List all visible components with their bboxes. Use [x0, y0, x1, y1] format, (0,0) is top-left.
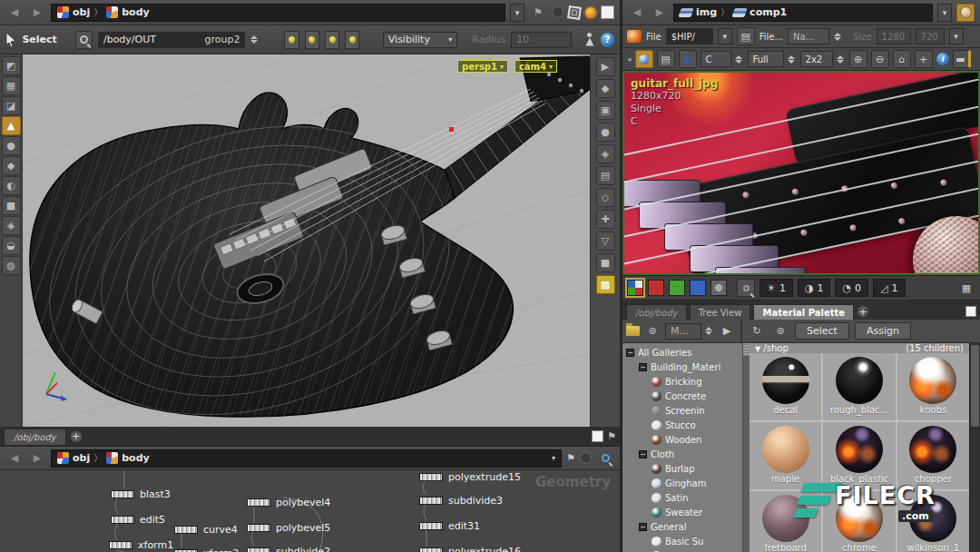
viewport-option-icon[interactable]: ◇ [596, 188, 615, 207]
material-item[interactable]: decal [750, 353, 821, 420]
gallery-tree-item[interactable]: Basic Su [622, 534, 742, 548]
channel-green-button[interactable] [669, 280, 685, 296]
channel-blue-button[interactable] [690, 280, 706, 296]
link-sphere-icon[interactable] [552, 6, 564, 18]
right-new-tab-icon[interactable]: + [857, 305, 869, 318]
path-dropdown-icon[interactable]: ▾ [510, 4, 524, 22]
network-node[interactable]: subdivide2 [247, 546, 330, 552]
pose-tool-icon[interactable] [583, 33, 594, 47]
shelf-tool-icon[interactable]: ▲ [2, 116, 21, 135]
light-toggle-2[interactable] [305, 31, 319, 49]
channel-select[interactable]: C [701, 51, 731, 67]
viewport-option-icon[interactable]: ◈ [596, 144, 615, 163]
channels-icon[interactable]: ▤ [657, 50, 675, 68]
camera-label-persp[interactable]: persp1▾ [457, 60, 508, 73]
size-dropdown-icon[interactable]: ▾ [949, 28, 964, 44]
nav-back-icon[interactable]: ◀ [5, 4, 24, 22]
assign-button[interactable]: Assign [855, 322, 911, 340]
gallery-tree-item[interactable]: Stucco [622, 418, 742, 432]
viewer-info-icon[interactable]: i [936, 53, 949, 65]
light-toggle-3[interactable] [325, 31, 339, 49]
tile-select[interactable]: 2x2 [800, 51, 833, 67]
viewport-option-icon[interactable]: ▩ [596, 275, 615, 294]
contrast-control[interactable]: ◑1 [798, 279, 831, 297]
viewport-option-icon[interactable]: ▽ [596, 232, 615, 251]
viewport-option-icon[interactable]: ▤ [596, 166, 615, 185]
gallery-tree-item[interactable]: Satin [622, 490, 742, 505]
network-node[interactable]: edit5 [111, 514, 165, 526]
gallery-tree-item[interactable]: −All Galleries [622, 345, 742, 360]
gallery-tree-item[interactable]: Clay [622, 548, 742, 552]
network-node[interactable]: polybevel5 [247, 522, 330, 534]
gallery-folder-icon[interactable] [626, 326, 640, 336]
pan-icon[interactable]: + [915, 50, 933, 68]
3d-viewport[interactable]: persp1▾ cam4▾ [23, 54, 590, 427]
lamp-icon[interactable] [585, 7, 596, 18]
group-path-field[interactable]: /body/OUT group2 [98, 32, 246, 48]
network-node[interactable]: edit31 [419, 520, 480, 532]
gallery-tree-item[interactable]: −Cloth [622, 447, 742, 461]
shelf-tool-icon[interactable]: ◍ [2, 256, 21, 275]
viewport-option-icon[interactable]: ✚ [596, 210, 615, 229]
file-browse-button[interactable]: File... [760, 32, 783, 42]
preview-toggle-icon[interactable] [737, 279, 755, 297]
viewer-extra-icon[interactable]: ▬ [953, 50, 971, 68]
tab-tree-view[interactable]: Tree View [690, 304, 751, 320]
tile-spinner[interactable] [837, 55, 846, 64]
tree-collapse-icon[interactable]: − [626, 349, 634, 357]
offset-control[interactable]: ◔0 [835, 279, 868, 297]
img-path-dropdown-icon[interactable]: ▾ [937, 4, 952, 22]
group-spinner[interactable] [250, 35, 260, 44]
network-node[interactable]: polyextrude16 [419, 546, 521, 552]
gallery-tree-item[interactable]: Bricking [622, 374, 742, 389]
tree-collapse-icon[interactable]: − [639, 450, 647, 458]
name-spinner[interactable] [834, 33, 843, 41]
net-back-icon[interactable]: ◀ [5, 449, 24, 468]
material-item[interactable]: knobs [897, 353, 969, 420]
channel-rgba-button[interactable] [627, 280, 643, 296]
img-back-icon[interactable]: ◀ [628, 4, 646, 22]
shop-header[interactable]: ▼ /shop (15 children) [750, 343, 969, 353]
brightness-control[interactable]: ☀1 [760, 279, 793, 297]
gallery-tree-item[interactable]: Screenin [622, 403, 742, 418]
viewport-option-icon[interactable]: ◆ [596, 79, 615, 98]
palette-refresh-icon[interactable]: ↻ [748, 322, 766, 340]
zoom-in-icon[interactable]: ⊕ [849, 50, 867, 68]
image-viewer[interactable]: guitar_full_jpg 1280x720 Single C [622, 71, 980, 275]
zoom-out-icon[interactable]: ⊖ [871, 50, 889, 68]
channel-spinner[interactable] [735, 55, 744, 64]
viewport-option-icon[interactable]: ■ [596, 253, 615, 272]
palette-scrollbar[interactable] [969, 343, 980, 552]
viewport-option-icon[interactable]: ▣ [596, 101, 615, 120]
gamma-control[interactable]: ◿1 [873, 279, 905, 297]
display-square-icon[interactable] [601, 5, 614, 19]
img-forward-icon[interactable]: ▶ [651, 4, 669, 22]
wire-cube-icon[interactable] [567, 5, 582, 20]
resolution-select[interactable]: Full [748, 51, 784, 67]
gallery-tree-item[interactable]: −General [622, 519, 742, 534]
light-toggle-4[interactable] [345, 31, 359, 49]
new-tab-icon[interactable]: + [70, 430, 83, 443]
gallery-gear-icon[interactable]: ⊛ [643, 322, 662, 340]
img-breadcrumb-context[interactable]: img [696, 6, 717, 18]
name-dropdown[interactable]: Na... [788, 28, 829, 44]
hip-path-field[interactable]: $HIP/ [666, 28, 713, 44]
pane-pin-icon[interactable]: ⚑ [607, 430, 616, 442]
breadcrumb-node[interactable]: body [122, 6, 149, 18]
net-sphere-icon[interactable] [580, 452, 592, 464]
img-breadcrumb[interactable]: img 〉 comp1 [673, 4, 933, 22]
view-mode-button[interactable] [635, 50, 653, 68]
pin-icon[interactable]: ⚑ [529, 4, 547, 22]
channel-red-button[interactable] [648, 280, 664, 296]
palette-gear-icon[interactable]: ⊛ [771, 322, 789, 340]
camera-label-cam[interactable]: cam4▾ [514, 60, 557, 73]
net-path-dropdown-icon[interactable]: ▾ [552, 454, 555, 462]
net-forward-icon[interactable]: ▶ [28, 449, 46, 468]
collapse-icon[interactable]: ◂ [627, 54, 632, 64]
tree-collapse-icon[interactable]: − [639, 523, 647, 531]
shelf-tool-icon[interactable]: ■ [2, 196, 21, 215]
gallery-tree-item[interactable]: Sweater [622, 505, 742, 519]
tile-grid-icon[interactable]: ▦ [957, 279, 975, 297]
colorpick-icon[interactable]: ◆ [679, 50, 697, 68]
breadcrumb[interactable]: obj 〉 body [51, 4, 505, 22]
